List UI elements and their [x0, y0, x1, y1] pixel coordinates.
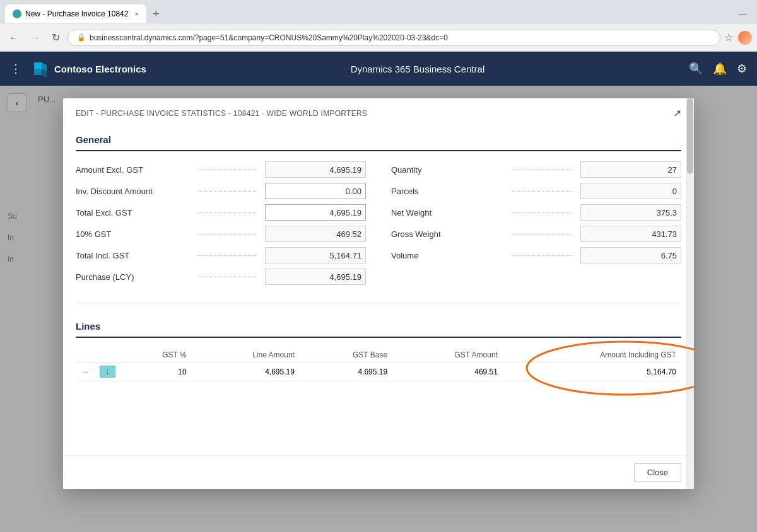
- net-weight-input[interactable]: [580, 204, 681, 221]
- general-section-title: General: [76, 127, 681, 151]
- purchase-lcy-label: Purchase (LCY): [76, 272, 189, 282]
- address-bar[interactable]: 🔒 businesscentral.dynamics.com/?page=51&…: [67, 30, 720, 46]
- amount-excl-gst-row: Amount Excl. GST: [76, 161, 366, 178]
- grid-menu-icon[interactable]: ⋮: [10, 62, 21, 76]
- tab-favicon: [13, 9, 21, 18]
- app-logo: Contoso Electronics: [32, 60, 146, 78]
- fields-grid: Amount Excl. GST Inv. Discount Amount To…: [76, 161, 681, 290]
- field-dots-3: [197, 212, 257, 213]
- net-weight-label: Net Weight: [391, 208, 505, 217]
- forward-button[interactable]: →: [26, 30, 44, 46]
- logo-svg: [32, 60, 49, 78]
- gross-weight-input[interactable]: [580, 226, 681, 242]
- parcels-input[interactable]: [580, 183, 681, 199]
- inv-discount-row: Inv. Discount Amount: [76, 183, 366, 199]
- app-title: Dynamics 365 Business Central: [156, 64, 679, 74]
- gst-10-input[interactable]: [265, 226, 366, 242]
- lines-section: Lines GST % Line Amount GST Base: [76, 313, 681, 381]
- total-incl-gst-label: Total Incl. GST: [76, 251, 189, 260]
- tab-bar: New - Purchase Invoice 10842 × + —: [0, 0, 757, 24]
- minimize-icon[interactable]: —: [738, 9, 747, 19]
- field-dots-10: [512, 234, 573, 234]
- row-gst-amount: 469.51: [392, 362, 503, 381]
- gross-weight-label: Gross Weight: [391, 229, 505, 239]
- purchase-lcy-row: Purchase (LCY): [76, 269, 366, 285]
- field-dots-4: [197, 234, 257, 234]
- col-arrow-header: [76, 348, 95, 362]
- header-icons: 🔍 🔔 ⚙: [689, 62, 747, 76]
- user-avatar[interactable]: [738, 31, 752, 45]
- total-incl-gst-row: Total Incl. GST: [76, 247, 366, 263]
- modal-footer: Close: [63, 455, 694, 489]
- field-dots-11: [512, 255, 573, 256]
- field-dots-6: [197, 277, 257, 277]
- col-amount-incl-gst-header: Amount Including GST: [503, 348, 681, 362]
- settings-icon[interactable]: ⚙: [737, 62, 747, 76]
- quantity-row: Quantity: [391, 161, 681, 178]
- modal-title: EDIT - PURCHASE INVOICE STATISTICS - 108…: [76, 109, 367, 118]
- volume-label: Volume: [391, 251, 505, 260]
- field-dots-8: [512, 191, 573, 192]
- refresh-button[interactable]: ↻: [48, 29, 64, 46]
- table-row: → ⋮ 10 4,695.19 4,695.19 469.51 5,164.70: [76, 362, 681, 381]
- address-text: businesscentral.dynamics.com/?page=51&co…: [90, 33, 711, 42]
- col-dots-header: [95, 348, 120, 362]
- total-incl-gst-input[interactable]: [265, 247, 366, 263]
- browser-controls: ← → ↻ 🔒 businesscentral.dynamics.com/?pa…: [0, 24, 757, 52]
- total-excl-gst-label: Total Excl. GST: [76, 208, 189, 217]
- row-dots-button[interactable]: ⋮: [100, 366, 115, 378]
- modal-scrollbar[interactable]: [686, 98, 694, 489]
- field-dots-9: [512, 212, 573, 213]
- modal-dialog: EDIT - PURCHASE INVOICE STATISTICS - 108…: [63, 98, 694, 489]
- row-arrow: →: [76, 362, 95, 381]
- bookmark-icon[interactable]: ☆: [724, 32, 733, 43]
- close-button[interactable]: Close: [634, 463, 681, 482]
- modal-header: EDIT - PURCHASE INVOICE STATISTICS - 108…: [63, 98, 694, 127]
- lines-table-wrapper: GST % Line Amount GST Base GST Amount Am…: [76, 348, 681, 381]
- tab-close-icon[interactable]: ×: [134, 10, 138, 18]
- row-amount-incl-gst: 5,164.70: [503, 362, 681, 381]
- expand-button[interactable]: ↗: [673, 107, 681, 119]
- volume-input[interactable]: [580, 247, 681, 263]
- gst-10-row: 10% GST: [76, 226, 366, 242]
- bottom-spacer: [76, 381, 681, 394]
- search-icon[interactable]: 🔍: [689, 62, 703, 76]
- parcels-row: Parcels: [391, 183, 681, 199]
- total-excl-gst-row: Total Excl. GST: [76, 204, 366, 221]
- inv-discount-label: Inv. Discount Amount: [76, 187, 189, 196]
- purchase-lcy-input[interactable]: [265, 269, 366, 285]
- total-excl-gst-input[interactable]: [265, 204, 366, 221]
- row-dots-button-cell[interactable]: ⋮: [95, 362, 120, 381]
- row-gst-percent: 10: [120, 362, 192, 381]
- company-name: Contoso Electronics: [54, 64, 146, 74]
- lines-table-header: GST % Line Amount GST Base GST Amount Am…: [76, 348, 681, 362]
- back-button[interactable]: ←: [5, 30, 23, 46]
- new-tab-button[interactable]: +: [149, 6, 163, 22]
- field-dots-5: [197, 255, 257, 256]
- section-separator: [76, 303, 681, 303]
- amount-excl-gst-input[interactable]: [265, 161, 366, 178]
- col-gst-base-header: GST Base: [300, 348, 392, 362]
- volume-row: Volume: [391, 247, 681, 263]
- modal-body: General Amount Excl. GST Inv. Discount A…: [63, 127, 694, 455]
- inv-discount-input[interactable]: [265, 183, 366, 199]
- tab-title: New - Purchase Invoice 10842: [25, 9, 128, 18]
- net-weight-row: Net Weight: [391, 204, 681, 221]
- col-line-amount-header: Line Amount: [192, 348, 300, 362]
- field-dots-7: [512, 170, 573, 170]
- bell-icon[interactable]: 🔔: [713, 62, 727, 76]
- lock-icon: 🔒: [77, 33, 86, 42]
- field-dots-2: [197, 191, 257, 192]
- lines-table: GST % Line Amount GST Base GST Amount Am…: [76, 348, 681, 381]
- quantity-label: Quantity: [391, 165, 505, 175]
- app-header: ⋮ Contoso Electronics Dynamics 365 Busin…: [0, 52, 757, 86]
- quantity-input[interactable]: [580, 161, 681, 178]
- main-content: ‹ PU... Su In In EDIT - PURCHASE INVOICE…: [0, 86, 757, 532]
- active-tab[interactable]: New - Purchase Invoice 10842 ×: [5, 4, 146, 23]
- col-gst-amount-header: GST Amount: [392, 348, 503, 362]
- row-gst-base: 4,695.19: [300, 362, 392, 381]
- modal-overlay: EDIT - PURCHASE INVOICE STATISTICS - 108…: [0, 86, 757, 532]
- scrollbar-thumb[interactable]: [687, 98, 693, 174]
- row-line-amount: 4,695.19: [192, 362, 300, 381]
- amount-excl-gst-label: Amount Excl. GST: [76, 165, 189, 175]
